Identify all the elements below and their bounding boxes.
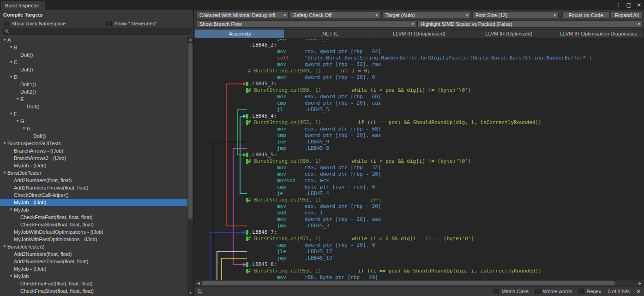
focus-on-code-button[interactable]: Focus on Code [562, 12, 609, 19]
tree-item-label: CheckFmaSlow(float, float, float) [20, 287, 94, 295]
checkbox-box[interactable] [4, 21, 9, 26]
scrollbar-thumb[interactable] [188, 43, 193, 219]
branch-flow-dropdown[interactable]: Show Branch Flow ▼ [196, 20, 416, 28]
tab-llvm-ir-unoptimized-[interactable]: LLVM IR (Unoptimized) [374, 29, 464, 39]
tree-item-label: BranchArrows2 - (IJob) [14, 154, 66, 162]
tab--net-il[interactable]: .NET IL [285, 29, 374, 39]
font-size-dropdown[interactable]: Font Size (12) ▼ [472, 12, 559, 19]
chevron-down-icon: ▼ [411, 21, 415, 28]
window-menu-icon[interactable]: ⋮ [616, 2, 621, 8]
code-line: cmpdword ptr [rbp - 20], 0 [197, 242, 644, 249]
tree-item[interactable]: CheckFmaFast(float, float, float) [0, 280, 187, 287]
tree-item[interactable]: Add2Numbers(float, float) [0, 250, 187, 258]
expander-triangle-icon[interactable]: ▼ [8, 110, 14, 118]
whole-words-checkbox[interactable]: Whole words [535, 289, 572, 294]
scroll-up-icon[interactable]: ▲ [187, 36, 193, 42]
tree-item[interactable]: CheckDirectCallHelper() [0, 191, 187, 199]
tree-item[interactable]: MyJobWithFastOptimizations - (IJob) [0, 236, 187, 243]
tree-item[interactable]: DoIt1() [0, 81, 187, 88]
tree-item-label: BranchArrows - (IJob) [14, 147, 63, 154]
debug-info-dropdown[interactable]: Coloured With Minimal Debug Infi ▼ [196, 12, 289, 19]
checkbox-box[interactable] [494, 289, 499, 294]
tree-item-label: A [7, 36, 11, 44]
tree-item[interactable]: MyJob - (IJob) [0, 199, 187, 206]
tree-item[interactable]: DoIt() [0, 103, 187, 110]
tree-item[interactable]: ▼D [0, 73, 187, 81]
tree-item[interactable]: DoIt2() [0, 88, 187, 95]
tree-scrollbar[interactable]: ▲ ▼ [187, 36, 193, 296]
tree-item[interactable]: CheckFmaSlow(float, float, float) [0, 287, 187, 295]
asm-opcode: add [277, 210, 286, 216]
tree-item[interactable]: CheckFmaSlow(float, float, float) [0, 221, 187, 228]
tree-item[interactable]: ▼F [0, 110, 187, 118]
code-hscrollbar[interactable]: ◀ ▶ [194, 280, 644, 286]
show-unity-namespace-checkbox[interactable]: Show Unity Namespace [4, 21, 66, 26]
expander-triangle-icon[interactable]: ▼ [2, 169, 7, 177]
expander-triangle-icon[interactable]: ▼ [8, 272, 14, 280]
tree-item[interactable]: ▼E [0, 95, 187, 103]
tree-item[interactable]: CheckFmaFast(float, float, float) [0, 213, 187, 221]
regex-checkbox[interactable]: Regex [578, 289, 601, 294]
tab-llvm-ir-optimisation-diagnostics[interactable]: LLVM IR Optimisation Diagnostics [554, 29, 644, 39]
tree-item[interactable]: ▼BurstInspectorGUITests [0, 140, 187, 147]
window-tab[interactable]: Burst Inspector [1, 1, 45, 10]
tree-item[interactable]: Add2Numbers(float, float) [0, 177, 187, 184]
tree-item[interactable]: BranchArrows2 - (IJob) [0, 154, 187, 162]
tree-item[interactable]: BranchArrows - (IJob) [0, 147, 187, 154]
tree-item[interactable]: ▼G [0, 118, 187, 125]
expander-triangle-icon[interactable]: ▼ [8, 59, 14, 66]
find-input[interactable] [209, 288, 487, 295]
tree-item[interactable]: ▼MyJob [0, 206, 187, 213]
expander-triangle-icon[interactable]: ▼ [15, 118, 20, 125]
expander-triangle-icon[interactable]: ▼ [2, 243, 7, 250]
close-find-icon[interactable]: ✕ [636, 288, 641, 295]
show-generated-checkbox[interactable]: Show ".Generated" [106, 21, 157, 26]
target-search-input[interactable] [2, 28, 192, 35]
hscrollbar-thumb[interactable] [202, 281, 615, 285]
tree-item[interactable]: DoIt() [0, 132, 187, 140]
match-case-checkbox[interactable]: Match Case [494, 289, 529, 294]
tree-item[interactable]: MyJob - (IJob) [0, 162, 187, 169]
code-line: movqword ptr [rbp - 32], rax [197, 61, 644, 68]
scroll-down-icon[interactable]: ▼ [187, 290, 193, 296]
expander-triangle-icon[interactable]: ▼ [15, 95, 20, 103]
expander-triangle-icon[interactable]: ▼ [8, 206, 14, 213]
expander-triangle-icon[interactable]: ▼ [8, 73, 14, 81]
expander-triangle-icon[interactable]: ▼ [2, 36, 7, 44]
tree-item[interactable]: DoIt() [0, 51, 187, 59]
tab-assembly[interactable]: Assembly [195, 29, 285, 39]
tree-item[interactable]: ▼MyJob [0, 272, 187, 280]
tree-item[interactable]: MyJob - (IJob) [0, 265, 187, 272]
tree-item[interactable]: ▼BurstJobTester [0, 169, 187, 177]
tree-item[interactable]: ▼C [0, 59, 187, 66]
tree-item[interactable]: ▼BurstJobTester2 [0, 243, 187, 250]
assembly-code-view[interactable]: jmp.LBB45_2.LBB45_2:movrcx, qword ptr [r… [194, 39, 644, 280]
maximize-icon[interactable]: ▢ [626, 2, 632, 8]
scroll-left-icon[interactable]: ◀ [195, 280, 201, 286]
branch-arrowhead-blue [243, 231, 247, 234]
tree-item[interactable]: ▼A [0, 36, 187, 44]
simd-highlight-dropdown[interactable]: Highlight SIMD Scalar vs Packed (False) … [417, 20, 643, 28]
scroll-right-icon[interactable]: ▶ [637, 280, 643, 286]
checkbox-box[interactable] [535, 289, 541, 294]
code-line: .LBB45_3: [197, 81, 644, 87]
checkbox-box[interactable] [106, 21, 112, 26]
target-dropdown[interactable]: Target (Auto) ▼ [382, 12, 471, 19]
expander-triangle-icon[interactable]: ▼ [8, 44, 14, 51]
tree-item[interactable]: ▼B [0, 44, 187, 51]
expand-all-button[interactable]: Expand All [611, 12, 643, 19]
tree-item[interactable]: Add2NumbersThrows(float, float) [0, 184, 187, 191]
tab-llvm-ir-optimized-[interactable]: LLVM IR (Optimized) [464, 29, 554, 39]
code-line: # BurstString.cs(950, 1)while (i < pos &… [197, 87, 644, 94]
asm-operands: "Unity.Burst.BurstString.NumberBuffer.Ge… [305, 55, 592, 61]
close-icon[interactable]: ✕ [637, 2, 641, 8]
expander-triangle-icon[interactable]: ▼ [2, 140, 7, 147]
checkbox-box[interactable] [578, 289, 584, 294]
tree-item[interactable]: Add2NumbersThrows(float, float) [0, 258, 187, 265]
tree-item[interactable]: ▼H [0, 125, 187, 132]
expander-triangle-icon[interactable]: ▼ [21, 125, 27, 132]
tree-item[interactable]: DoIt() [0, 66, 187, 73]
safety-check-dropdown[interactable]: Safety Check Off ▼ [290, 12, 380, 19]
source-code-text: while (i > 0 && dig[i - 1] == (byte)'0') [352, 236, 474, 242]
tree-item[interactable]: MyJobWithDefaultOptimizations - (IJob) [0, 228, 187, 236]
